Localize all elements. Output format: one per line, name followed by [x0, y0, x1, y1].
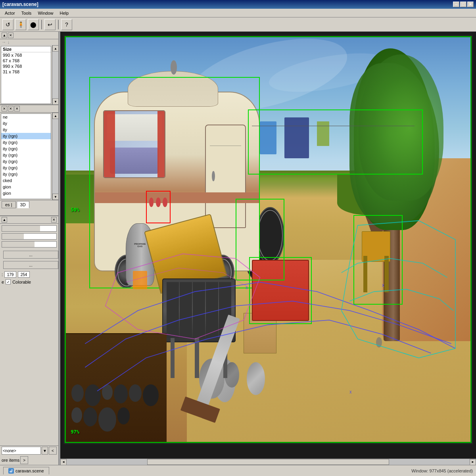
toolbar-refresh-btn[interactable]: ↺ [2, 19, 13, 30]
color-colon: : [2, 272, 3, 277]
menu-bar: Actor Tools Window Help [0, 9, 476, 17]
scene-tab[interactable]: 🏕 caravan.scene [3, 467, 49, 474]
props-item-gion1[interactable]: gion [1, 184, 51, 190]
props-item-ity-rgn2[interactable]: ity (rgn) [1, 139, 51, 146]
toolbar-circle-btn[interactable]: ⬤ [28, 19, 39, 30]
h-scrollbar[interactable]: ◄ ► [60, 459, 476, 465]
toolbar: ↺ 🧍 ⬤ ↩ ? [0, 17, 476, 32]
resolution-list-area: Size 990 x 768 67 x 768 990 x 768 31 x 7… [0, 45, 58, 105]
color-input-2[interactable] [18, 271, 30, 278]
menu-actor[interactable]: Actor [2, 10, 18, 16]
slider-2[interactable] [2, 233, 57, 240]
zoom-97-label: 97% [71, 429, 79, 435]
props-list-area: ne ity ity ity (rgn) ity (rgn) ity (rgn)… [0, 113, 58, 200]
sliders-container [0, 224, 58, 249]
h-scroll-track[interactable] [67, 459, 470, 465]
scroll-track[interactable] [52, 52, 58, 98]
dropdown-arrow-btn[interactable]: ▼ [42, 447, 48, 455]
zoom-50-label: 50% [71, 207, 79, 213]
scene-tab-icon: 🏕 [8, 468, 14, 474]
resolution-section: ▲ ✕ → ↓ Size 990 x 768 67 x 768 990 x 76… [0, 32, 58, 105]
props-item-cked[interactable]: cked [1, 177, 51, 184]
tab-3d[interactable]: 3D [17, 201, 29, 208]
panel-close-btn[interactable]: ✕ [8, 33, 13, 38]
props-x2-btn[interactable]: ✕ [14, 106, 20, 111]
bottom-left-header: ▲ ✕ [0, 216, 58, 224]
res-scrollbar[interactable]: ▲ ▼ [52, 45, 58, 105]
bottom-left-section: ▲ ✕ ... ... : [0, 216, 58, 465]
props-item-ity1[interactable]: ity [1, 120, 51, 127]
color-row: : [0, 271, 58, 278]
res-item-3[interactable]: 31 x 768 [1, 69, 51, 75]
slider-1[interactable] [2, 225, 57, 232]
properties-section: ✕ ✕ ✕ ne ity ity ity (rgn) ity (rgn) ity… [0, 105, 58, 216]
props-item-gion2[interactable]: gion [1, 190, 51, 196]
maximize-button[interactable]: □ [460, 2, 466, 7]
colorable-label-e: e [2, 280, 4, 284]
colorable-label: Colorable [12, 280, 31, 284]
resolution-header: ▲ ✕ [0, 32, 58, 39]
scroll-right-arrow[interactable]: ► [470, 459, 476, 465]
scroll-up-arrow[interactable]: ▲ [52, 45, 59, 52]
props-header: ✕ ✕ ✕ [0, 105, 58, 113]
props-item-ity-rgn1[interactable]: ity (rgn) [1, 133, 51, 139]
toolbar-separator-2 [58, 20, 59, 29]
props-tabs: es | 3D [0, 200, 58, 209]
bl-close-btn[interactable]: ✕ [51, 217, 57, 223]
status-bar: 🏕 caravan.scene Window: 977x845 (acceler… [0, 465, 476, 476]
window-info: Window: 977x845 (accelerated) [411, 468, 473, 473]
props-item-ity-rgn5[interactable]: ity (rgn) [1, 158, 51, 165]
title-bar-text: [caravan.scene] [2, 2, 453, 7]
title-bar: [caravan.scene] ─ □ ✕ [0, 0, 476, 9]
panel-collapse-btn[interactable]: ▲ [2, 33, 7, 38]
res-item-0[interactable]: 990 x 768 [1, 52, 51, 58]
left-panel: ▲ ✕ → ↓ Size 990 x 768 67 x 768 990 x 76… [0, 32, 59, 465]
scroll-left-arrow[interactable]: ◄ [60, 459, 67, 465]
props-item-ity-rgn6[interactable]: ity (rgn) [1, 165, 51, 171]
close-button[interactable]: ✕ [467, 2, 474, 7]
props-item-ity-rgn3[interactable]: ity (rgn) [1, 146, 51, 152]
menu-window[interactable]: Window [35, 10, 56, 16]
slider-3[interactable] [2, 241, 57, 248]
props-item-ity2[interactable]: ity [1, 127, 51, 133]
dots-btn-1[interactable]: ... [3, 251, 58, 259]
props-item-ity-rgn4[interactable]: ity (rgn) [1, 152, 51, 158]
none-dropdown[interactable]: <none> [2, 447, 41, 455]
toolbar-actor-btn[interactable]: 🧍 [15, 19, 26, 30]
props-scroll-down[interactable]: ▼ [52, 194, 59, 200]
props-item-ne[interactable]: ne [1, 114, 51, 120]
colorable-checkbox[interactable]: ✓ [6, 279, 11, 284]
props-list: ne ity ity ity (rgn) ity (rgn) ity (rgn)… [1, 113, 51, 199]
viewport-area: PROPANEGAS [60, 32, 476, 465]
minimize-button[interactable]: ─ [453, 2, 459, 7]
scene-tab-label: caravan.scene [15, 468, 44, 473]
more-items-label: ore items [2, 458, 19, 463]
res-header-size[interactable]: Size [1, 46, 51, 52]
props-scroll-up[interactable]: ▲ [52, 113, 59, 119]
menu-help[interactable]: Help [57, 10, 72, 16]
dots-btn-2[interactable]: ... [3, 261, 58, 269]
h-scroll-thumb[interactable] [147, 459, 389, 465]
main-layout: ▲ ✕ → ↓ Size 990 x 768 67 x 768 990 x 76… [0, 32, 476, 465]
nav-prev-btn[interactable]: < [49, 447, 57, 455]
title-bar-buttons: ─ □ ✕ [453, 2, 474, 7]
props-item-ity-rgn7[interactable]: ity (rgn) [1, 171, 51, 177]
color-input-1[interactable] [4, 271, 16, 278]
toolbar-separator [41, 20, 42, 29]
toolbar-undo-btn[interactable]: ↩ [44, 19, 56, 30]
res-item-2[interactable]: 990 x 768 [1, 63, 51, 69]
props-scroll-track[interactable] [52, 119, 58, 194]
props-collapse-btn[interactable]: ✕ [2, 106, 7, 111]
menu-tools[interactable]: Tools [18, 10, 35, 16]
res-item-1[interactable]: 67 x 768 [1, 58, 51, 63]
scroll-down-arrow[interactable]: ▼ [52, 98, 59, 105]
scene-canvas[interactable]: PROPANEGAS [60, 32, 476, 459]
nav-next-btn[interactable]: > [20, 456, 28, 464]
resolution-list: Size 990 x 768 67 x 768 990 x 768 31 x 7… [1, 46, 51, 104]
colorable-row: e ✓ Colorable [0, 278, 58, 285]
props-x-btn[interactable]: ✕ [8, 106, 13, 111]
props-scrollbar[interactable]: ▲ ▼ [52, 113, 58, 200]
bl-collapse-btn[interactable]: ▲ [2, 217, 7, 223]
tab-properties[interactable]: es | [2, 201, 16, 208]
toolbar-help-btn[interactable]: ? [61, 19, 72, 30]
